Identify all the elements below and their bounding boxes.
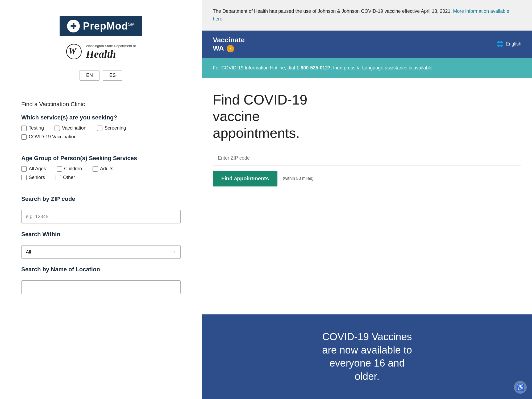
right-panel: The Department of Health has paused the … bbox=[202, 0, 532, 399]
accessibility-icon[interactable]: ♿ bbox=[514, 381, 527, 394]
all-ages-checkbox[interactable] bbox=[21, 166, 27, 172]
within-text: (within 50 miles) bbox=[283, 176, 314, 181]
hotline-number: 1-800-525-0127 bbox=[296, 65, 330, 70]
prepmod-logo: ✚ PrepModSM bbox=[60, 16, 143, 36]
alert-banner: The Department of Health has paused the … bbox=[202, 0, 532, 31]
accessibility-symbol: ♿ bbox=[516, 383, 525, 392]
name-search-section: Search by Name of Location bbox=[21, 266, 181, 294]
search-within-section: Search Within All 5 miles 10 miles 25 mi… bbox=[21, 231, 181, 259]
find-covid-line2: vaccine bbox=[213, 109, 260, 124]
zip-section: Search by ZIP code bbox=[21, 196, 181, 223]
logo-container: ✚ PrepModSM W Washington State Departmen… bbox=[21, 16, 181, 90]
prepmod-name: PrepMod bbox=[83, 20, 128, 32]
vaccinate-line1-text: Vaccinate bbox=[213, 36, 245, 44]
screening-label: Screening bbox=[105, 125, 126, 131]
seniors-checkbox-item[interactable]: Seniors bbox=[21, 175, 45, 180]
services-heading: Which service(s) are you seeking? bbox=[21, 114, 181, 121]
adults-checkbox[interactable] bbox=[93, 166, 98, 172]
find-clinic-title: Find a Vaccination Clinic bbox=[21, 101, 181, 108]
find-covid-line3: appointments. bbox=[213, 125, 300, 141]
search-within-heading: Search Within bbox=[21, 231, 181, 238]
lang-globe-button[interactable]: 🌐 English bbox=[496, 41, 521, 48]
covid-zip-input[interactable] bbox=[213, 151, 521, 165]
zip-heading: Search by ZIP code bbox=[21, 196, 181, 202]
wa-health-logo: W Washington State Department of Health bbox=[66, 44, 136, 61]
wa-health-italic: Health bbox=[86, 48, 136, 60]
vaccinate-header: Vaccinate WA ✓ 🌐 English bbox=[202, 31, 532, 58]
covid-banner-line1: COVID-19 Vaccines bbox=[322, 331, 412, 342]
testing-checkbox-item[interactable]: Testing bbox=[21, 125, 44, 131]
search-within-select[interactable]: All 5 miles 10 miles 25 miles 50 miles bbox=[21, 245, 181, 259]
hotline-text-after: , then press #. Language assistance is a… bbox=[330, 65, 434, 70]
divider-1 bbox=[21, 147, 181, 147]
vaccinate-brand: Vaccinate WA ✓ bbox=[213, 36, 245, 52]
other-checkbox-item[interactable]: Other bbox=[56, 175, 75, 180]
adults-label: Adults bbox=[100, 166, 113, 172]
age-heading: Age Group of Person(s) Seeking Services bbox=[21, 155, 181, 162]
covid-banner-text: COVID-19 Vaccines are now available to e… bbox=[213, 330, 521, 383]
age-section: Age Group of Person(s) Seeking Services … bbox=[21, 155, 181, 180]
seniors-checkbox[interactable] bbox=[21, 175, 27, 180]
all-ages-label: All Ages bbox=[29, 166, 46, 172]
wa-emblem: W bbox=[66, 44, 83, 61]
divider-2 bbox=[21, 188, 181, 188]
find-covid-section: Find COVID-19 vaccine appointments. Find… bbox=[202, 78, 532, 315]
lang-label: English bbox=[506, 41, 521, 47]
age-checkbox-group: All Ages Children Adults bbox=[21, 166, 181, 172]
lang-buttons: EN ES bbox=[80, 70, 122, 81]
covid19vax-label: COVID-19 Vaccination bbox=[29, 134, 77, 140]
services-checkbox-group-row2: COVID-19 Vaccination bbox=[21, 134, 181, 140]
find-covid-line1: Find COVID-19 bbox=[213, 92, 307, 107]
globe-icon: 🌐 bbox=[496, 41, 504, 48]
seniors-label: Seniors bbox=[29, 175, 45, 180]
screening-checkbox-item[interactable]: Screening bbox=[97, 125, 126, 131]
left-panel: ✚ PrepModSM W Washington State Departmen… bbox=[0, 0, 202, 399]
testing-label: Testing bbox=[29, 125, 44, 131]
vaccination-checkbox-item[interactable]: Vaccination bbox=[55, 125, 86, 131]
wa-badge-icon: ✓ bbox=[227, 45, 234, 52]
vaccination-checkbox[interactable] bbox=[55, 126, 60, 131]
find-appointments-row: Find appointments (within 50 miles) bbox=[213, 171, 521, 186]
vaccinate-name-line2: WA ✓ bbox=[213, 44, 245, 52]
services-section: Which service(s) are you seeking? Testin… bbox=[21, 114, 181, 140]
hotline-text-before: For COVID-19 Information Hotline, dial bbox=[213, 65, 296, 70]
covid-banner-line4: older. bbox=[355, 371, 380, 382]
covid-banner-line3: everyone 16 and bbox=[329, 358, 405, 369]
other-label: Other bbox=[63, 175, 75, 180]
vaccinate-line2-text: WA bbox=[213, 44, 224, 52]
testing-checkbox[interactable] bbox=[21, 126, 27, 131]
children-label: Children bbox=[64, 166, 82, 172]
screening-checkbox[interactable] bbox=[97, 126, 102, 131]
age-checkbox-group-row2: Seniors Other bbox=[21, 175, 181, 180]
prepmod-sm: SM bbox=[128, 22, 135, 27]
hotline-banner: For COVID-19 Information Hotline, dial 1… bbox=[202, 58, 532, 78]
svg-text:W: W bbox=[69, 46, 77, 56]
lang-es-button[interactable]: ES bbox=[103, 70, 122, 81]
prepmod-logo-text: PrepModSM bbox=[83, 20, 135, 32]
wa-dept-text: Washington State Department of bbox=[86, 44, 136, 48]
all-ages-checkbox-item[interactable]: All Ages bbox=[21, 166, 46, 172]
find-covid-title: Find COVID-19 vaccine appointments. bbox=[213, 92, 521, 141]
services-checkbox-group: Testing Vaccination Screening bbox=[21, 125, 181, 131]
vaccinate-text-block: Vaccinate WA ✓ bbox=[213, 36, 245, 52]
adults-checkbox-item[interactable]: Adults bbox=[93, 166, 113, 172]
children-checkbox-item[interactable]: Children bbox=[57, 166, 82, 172]
lang-en-button[interactable]: EN bbox=[80, 70, 99, 81]
children-checkbox[interactable] bbox=[57, 166, 62, 172]
covid-vaccines-banner: COVID-19 Vaccines are now available to e… bbox=[202, 314, 532, 399]
covid-banner-line2: are now available to bbox=[322, 344, 412, 356]
find-appointments-button[interactable]: Find appointments bbox=[213, 171, 277, 186]
vaccinate-name-line1: Vaccinate bbox=[213, 36, 245, 44]
name-search-input[interactable] bbox=[21, 280, 181, 294]
name-search-heading: Search by Name of Location bbox=[21, 266, 181, 273]
covid19vax-checkbox-item[interactable]: COVID-19 Vaccination bbox=[21, 134, 77, 140]
other-checkbox[interactable] bbox=[56, 175, 61, 180]
zip-input[interactable] bbox=[21, 210, 181, 223]
vaccination-label: Vaccination bbox=[62, 125, 86, 131]
alert-text: The Department of Health has paused the … bbox=[213, 9, 452, 14]
wa-health-text-block: Washington State Department of Health bbox=[86, 44, 136, 61]
prepmod-cross-icon: ✚ bbox=[67, 20, 80, 32]
covid19vax-checkbox[interactable] bbox=[21, 134, 27, 140]
